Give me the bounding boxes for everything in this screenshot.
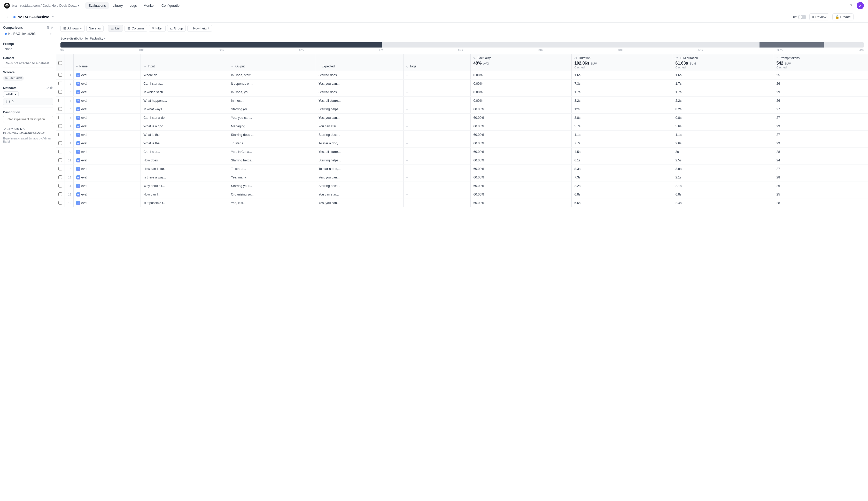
table-row[interactable]: 7 eval What is a goo... Managing... You … [56, 122, 868, 131]
row-checkbox[interactable] [59, 158, 62, 162]
row-name[interactable]: eval [73, 139, 141, 148]
table-row[interactable]: 15 eval How can I... Organizing yo... Yo… [56, 190, 868, 199]
row-checkbox-cell[interactable] [56, 88, 65, 97]
row-expected[interactable]: Starring docs... [316, 182, 403, 190]
row-input[interactable]: What is the... [141, 131, 229, 139]
row-expected[interactable]: Yes, you can... [316, 114, 403, 122]
row-output[interactable]: Yes, in Coda... [229, 148, 316, 156]
row-name[interactable]: eval [73, 114, 141, 122]
row-name[interactable]: eval [73, 105, 141, 114]
llm-duration-cached[interactable]: Cached [676, 66, 686, 69]
row-name[interactable]: eval [73, 165, 141, 173]
comparison-item[interactable]: No RAG-1e4cd2b3 ▾ [3, 31, 53, 37]
row-output[interactable]: Yes, many... [229, 173, 316, 182]
row-checkbox-cell[interactable] [56, 182, 65, 190]
row-checkbox-cell[interactable] [56, 165, 65, 173]
row-name[interactable]: eval [73, 190, 141, 199]
table-row[interactable]: 13 eval Is there a way... Yes, many... Y… [56, 173, 868, 182]
row-height-button[interactable]: ↕ Row height [187, 25, 212, 32]
row-expected[interactable]: Yes, you can... [316, 173, 403, 182]
row-expected[interactable]: Yes, all starre... [316, 148, 403, 156]
duration-cached[interactable]: Cached [574, 66, 585, 69]
row-checkbox-cell[interactable] [56, 71, 65, 79]
row-checkbox[interactable] [59, 184, 62, 188]
row-output[interactable]: It depends on... [229, 79, 316, 88]
nav-monitor[interactable]: Monitor [140, 2, 158, 9]
private-button[interactable]: 🔒 Private [832, 13, 854, 20]
more-button[interactable]: ⋯ [857, 13, 864, 21]
row-name[interactable]: eval [73, 79, 141, 88]
title-chevron[interactable]: ▾ [52, 15, 54, 19]
row-checkbox-cell[interactable] [56, 114, 65, 122]
row-expected[interactable]: Starred docs... [316, 88, 403, 97]
row-input[interactable]: In what ways... [141, 105, 229, 114]
table-row[interactable]: 4 eval What happens... In most... Yes, a… [56, 97, 868, 105]
help-icon[interactable]: ? [847, 2, 855, 9]
data-table-wrapper[interactable]: ≡Name →Input →Output [56, 54, 868, 501]
row-input[interactable]: What is the... [141, 139, 229, 148]
scorer-chip[interactable]: % Factuality [3, 76, 24, 81]
row-name[interactable]: eval [73, 97, 141, 105]
save-as-button[interactable]: Save as [86, 25, 104, 32]
row-checkbox[interactable] [59, 124, 62, 128]
row-output[interactable]: Starring docs ... [229, 131, 316, 139]
back-button[interactable]: ← [4, 13, 11, 21]
row-checkbox[interactable] [59, 192, 62, 196]
row-expected[interactable]: You can star... [316, 190, 403, 199]
row-output[interactable]: In most... [229, 97, 316, 105]
row-expected[interactable]: Yes, you can... [316, 79, 403, 88]
row-output[interactable]: To star a... [229, 139, 316, 148]
row-name[interactable]: eval [73, 199, 141, 207]
row-checkbox[interactable] [59, 141, 62, 145]
row-checkbox[interactable] [59, 201, 62, 204]
row-input[interactable]: What is a goo... [141, 122, 229, 131]
table-row[interactable]: 10 eval Can I star... Yes, in Coda... Ye… [56, 148, 868, 156]
table-row[interactable]: 16 eval Is it possible t... Yes, it is..… [56, 199, 868, 207]
nav-logs[interactable]: Logs [126, 2, 140, 9]
table-row[interactable]: 1 eval Where do... In Coda, starr... Sta… [56, 71, 868, 79]
table-row[interactable]: 11 eval How does... Starring helps... St… [56, 156, 868, 165]
sort-icon[interactable]: ⇅ [47, 26, 49, 30]
columns-button[interactable]: ⊟ Columns [125, 25, 147, 32]
row-name[interactable]: eval [73, 88, 141, 97]
row-output[interactable]: Starring (or... [229, 105, 316, 114]
breadcrumb-chevron[interactable]: ▾ [78, 4, 79, 7]
review-button[interactable]: ≡ Review [809, 13, 829, 20]
row-input[interactable]: How can I... [141, 190, 229, 199]
group-button[interactable]: ⊏ Group [167, 25, 186, 32]
row-expected[interactable]: Starring docs... [316, 131, 403, 139]
row-output[interactable]: Yes, it is... [229, 199, 316, 207]
table-row[interactable]: 6 eval Can I star a do... Yes, you can..… [56, 114, 868, 122]
row-checkbox[interactable] [59, 150, 62, 153]
row-checkbox[interactable] [59, 82, 62, 85]
row-checkbox-cell[interactable] [56, 122, 65, 131]
row-expected[interactable]: Starred docs... [316, 71, 403, 79]
row-checkbox-cell[interactable] [56, 190, 65, 199]
row-checkbox[interactable] [59, 73, 62, 77]
row-output[interactable]: Starring your... [229, 182, 316, 190]
row-expected[interactable]: To star a doc,... [316, 139, 403, 148]
row-checkbox-cell[interactable] [56, 79, 65, 88]
row-expected[interactable]: Starring helps... [316, 105, 403, 114]
row-checkbox[interactable] [59, 175, 62, 179]
row-input[interactable]: How can I star... [141, 165, 229, 173]
row-expected[interactable]: You can star... [316, 122, 403, 131]
row-checkbox[interactable] [59, 133, 62, 136]
table-row[interactable]: 5 eval In what ways... Starring (or... S… [56, 105, 868, 114]
row-output[interactable]: Starring helps... [229, 156, 316, 165]
row-input[interactable]: Can I star... [141, 148, 229, 156]
row-name[interactable]: eval [73, 182, 141, 190]
row-input[interactable]: Can I star a do... [141, 114, 229, 122]
row-checkbox-cell[interactable] [56, 173, 65, 182]
nav-library[interactable]: Library [109, 2, 126, 9]
row-expected[interactable]: Yes, all starre... [316, 97, 403, 105]
row-expected[interactable]: Starring helps... [316, 156, 403, 165]
row-checkbox-cell[interactable] [56, 105, 65, 114]
list-button[interactable]: ☰ List [108, 25, 123, 32]
row-checkbox[interactable] [59, 116, 62, 119]
table-row[interactable]: 14 eval Why should I... Starring your...… [56, 182, 868, 190]
row-checkbox-cell[interactable] [56, 131, 65, 139]
row-checkbox[interactable] [59, 90, 62, 94]
table-row[interactable]: 8 eval What is the... Starring docs ... … [56, 131, 868, 139]
row-input[interactable]: Why should I... [141, 182, 229, 190]
